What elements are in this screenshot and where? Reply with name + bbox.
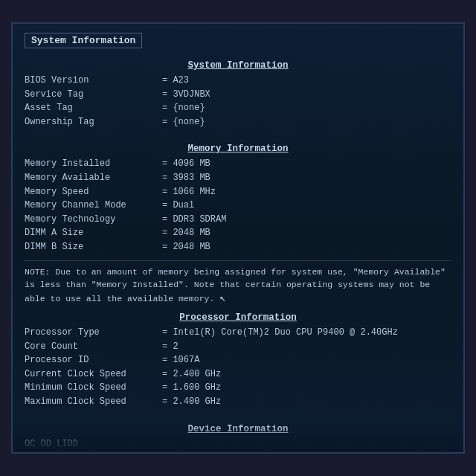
memory-info-table: Memory Installed = 4096 MB Memory Availa… <box>25 157 451 254</box>
table-row: Memory Technology = DDR3 SDRAM <box>25 213 451 227</box>
table-row: Memory Speed = 1066 MHz <box>25 185 451 199</box>
memory-speed-value: = 1066 MHz <box>162 185 216 199</box>
table-row: Core Count = 2 <box>25 340 451 354</box>
processor-type-value: = Intel(R) Core(TM)2 Duo CPU P9400 @ 2.4… <box>162 326 398 340</box>
dimm-a-label: DIMM A Size <box>25 226 162 240</box>
core-count-value: = 2 <box>162 340 178 354</box>
table-row: Processor ID = 1067A <box>25 353 451 367</box>
memory-available-label: Memory Available <box>25 171 162 185</box>
dimm-b-label: DIMM B Size <box>25 240 162 254</box>
bottom-fade <box>13 422 463 452</box>
table-row: DIMM A Size = 2048 MB <box>25 226 451 240</box>
table-row: Service Tag = 3VDJNBX <box>25 88 451 102</box>
min-clock-value: = 1.600 GHz <box>162 381 221 395</box>
table-row: BIOS Version = A23 <box>25 74 451 88</box>
ownership-tag-value: = {none} <box>162 115 205 129</box>
processor-id-label: Processor ID <box>25 353 162 367</box>
max-clock-label: Maximum Clock Speed <box>25 395 162 409</box>
asset-tag-label: Asset Tag <box>25 101 162 115</box>
asset-tag-value: = {none} <box>162 101 205 115</box>
service-tag-value: = 3VDJNBX <box>162 88 210 102</box>
table-row: Processor Type = Intel(R) Core(TM)2 Duo … <box>25 326 451 340</box>
max-clock-value: = 2.400 GHz <box>162 395 221 409</box>
processor-info-table: Processor Type = Intel(R) Core(TM)2 Duo … <box>25 326 451 409</box>
ownership-tag-label: Ownership Tag <box>25 115 162 129</box>
section-header: System Information <box>25 33 142 48</box>
cursor-icon: ↖ <box>219 292 225 304</box>
table-row: Ownership Tag = {none} <box>25 115 451 129</box>
memory-info-title: Memory Information <box>25 144 451 154</box>
memory-channel-value: = Dual <box>162 199 194 213</box>
memory-channel-label: Memory Channel Mode <box>25 199 162 213</box>
processor-type-label: Processor Type <box>25 326 162 340</box>
memory-tech-value: = DDR3 SDRAM <box>162 213 226 227</box>
table-row: Memory Channel Mode = Dual <box>25 199 451 213</box>
bios-screen: System Information System Information BI… <box>11 22 465 454</box>
table-row: Memory Available = 3983 MB <box>25 171 451 185</box>
current-clock-value: = 2.400 GHz <box>162 367 221 382</box>
dimm-b-value: = 2048 MB <box>162 240 210 254</box>
dimm-a-value: = 2048 MB <box>162 226 210 240</box>
table-row: Current Clock Speed = 2.400 GHz <box>25 367 451 382</box>
bios-version-value: = A23 <box>162 74 189 88</box>
core-count-label: Core Count <box>25 340 162 354</box>
table-row: Maximum Clock Speed = 2.400 GHz <box>25 395 451 409</box>
memory-installed-value: = 4096 MB <box>162 157 210 171</box>
table-row: Memory Installed = 4096 MB <box>25 157 451 171</box>
memory-tech-label: Memory Technology <box>25 213 162 227</box>
system-info-table: BIOS Version = A23 Service Tag = 3VDJNBX… <box>25 74 451 129</box>
memory-installed-label: Memory Installed <box>25 157 162 171</box>
memory-speed-label: Memory Speed <box>25 185 162 199</box>
system-info-title: System Information <box>25 60 451 71</box>
processor-info-title: Processor Information <box>25 312 451 323</box>
service-tag-label: Service Tag <box>25 88 162 102</box>
table-row: Minimum Clock Speed = 1.600 GHz <box>25 381 451 395</box>
note-text: NOTE: Due to an amount of memory being a… <box>25 267 446 304</box>
processor-id-value: = 1067A <box>162 353 199 367</box>
memory-available-value: = 3983 MB <box>162 171 210 185</box>
min-clock-label: Minimum Clock Speed <box>25 381 162 395</box>
current-clock-label: Current Clock Speed <box>25 367 162 382</box>
bios-version-label: BIOS Version <box>25 74 162 88</box>
table-row: Asset Tag = {none} <box>25 101 451 115</box>
table-row: DIMM B Size = 2048 MB <box>25 240 451 254</box>
memory-note: NOTE: Due to an amount of memory being a… <box>25 260 451 307</box>
